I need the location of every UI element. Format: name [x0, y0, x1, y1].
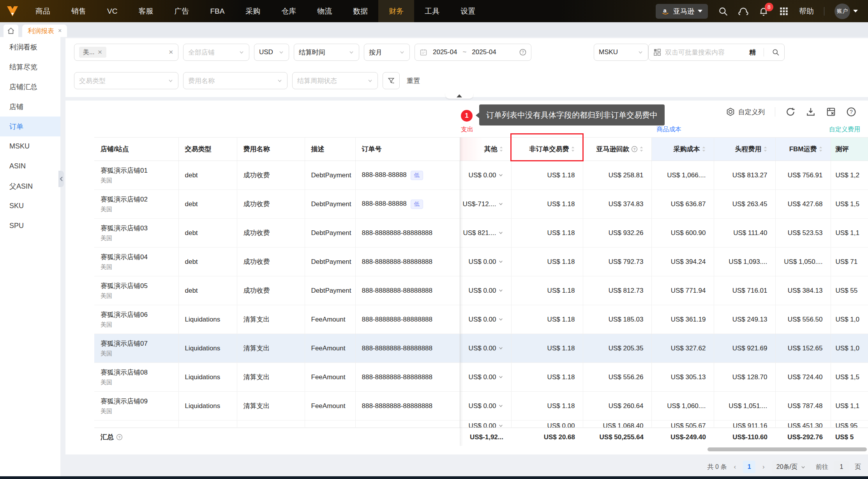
transaction-type-select[interactable]: 交易类型 [74, 72, 178, 89]
search-submit-icon[interactable] [772, 48, 780, 56]
marketplace-multiselect[interactable]: 美... ✕ ✕ [74, 44, 178, 61]
partial-cell-0: US$ 0.00 [460, 421, 511, 428]
search-icon[interactable] [718, 6, 728, 16]
table-help-icon[interactable]: ? [846, 107, 856, 117]
sidebar-item-店铺汇总[interactable]: 店铺汇总 [0, 77, 60, 97]
sidebar-item-订单[interactable]: 订单 [0, 117, 60, 136]
download-button[interactable] [806, 107, 816, 117]
nav-item-8-物流[interactable]: 物流 [307, 0, 342, 22]
nav-item-6-采购[interactable]: 采购 [235, 0, 271, 22]
currency-select[interactable]: USD [254, 44, 289, 61]
support-headset-icon[interactable] [738, 6, 748, 16]
cell-value-0[interactable]: US$ 0.00 [460, 247, 511, 276]
cell-description: FeeAmount [305, 305, 355, 334]
time-type-select[interactable]: 结算时间 [294, 44, 359, 61]
help-link[interactable]: 帮助 [799, 6, 814, 16]
batch-grid-icon[interactable] [653, 48, 661, 56]
currency-value: USD [259, 48, 273, 56]
collapse-filters-tab[interactable] [445, 93, 473, 99]
summary-value-2: US$ 50,255.64 [583, 428, 651, 447]
cell-order-number: 888-8888888-88888888 [355, 392, 460, 421]
marketplace-selector[interactable]: a 亚马逊 [656, 4, 708, 19]
fee-name-select[interactable]: 费用名称 [183, 72, 288, 89]
customize-columns-button[interactable]: 自定义列 [726, 107, 765, 117]
cell-value-5: US$ 756.91 [775, 161, 831, 190]
cell-value-0[interactable]: US$ 0.00 [460, 276, 511, 305]
reset-button[interactable]: 重置 [407, 76, 420, 85]
main-menu: 商品销售VC客服广告FBA采购仓库物流数据财务工具设置 [25, 0, 486, 22]
cell-value-2: US$ 374.83 [583, 190, 651, 219]
nav-item-9-数据[interactable]: 数据 [342, 0, 378, 22]
cell-value-3: US$ 361.19 [651, 305, 714, 334]
cell-store: 赛狐演示店铺03美国 [94, 219, 178, 247]
sidebar-item-店铺[interactable]: 店铺 [0, 97, 60, 117]
exact-match-toggle[interactable]: 精 [749, 48, 756, 57]
cell-description: DebtPayment [305, 219, 355, 247]
horizontal-scrollbar-thumb[interactable] [707, 447, 867, 451]
cell-value-3: US$ 636.87 [651, 190, 714, 219]
nav-item-3-客服[interactable]: 客服 [128, 0, 164, 22]
col-header-采购成本[interactable]: 采购成本 [651, 138, 714, 161]
cell-value-0[interactable]: US$ 0.00 [460, 392, 511, 421]
cell-store: 赛狐演示店铺01美国 [94, 161, 178, 190]
col-header-非订单交易费[interactable]: 非订单交易费 [511, 138, 583, 161]
sidebar-item-结算尽览[interactable]: 结算尽览 [0, 57, 60, 77]
col-header-亚马逊回款[interactable]: 亚马逊回款? [583, 138, 651, 161]
apps-grid-icon[interactable] [779, 6, 789, 16]
nav-item-12-设置[interactable]: 设置 [450, 0, 486, 22]
cell-value-2: US$ 932.26 [583, 219, 651, 247]
refresh-button[interactable] [785, 107, 796, 117]
date-to-value[interactable]: 2025-04 [472, 48, 496, 56]
cell-value-0[interactable]: US$ 0.00 [460, 363, 511, 392]
cell-value-0[interactable]: US$ 0.00 [460, 161, 511, 190]
tab-profit-report[interactable]: 利润报表 × [22, 25, 67, 37]
tag-remove-icon[interactable]: ✕ [97, 49, 102, 56]
nav-item-2-VC[interactable]: VC [97, 0, 128, 22]
cell-value-0[interactable]: US$ 0.00 [460, 305, 511, 334]
goto-page-input[interactable]: 1 [834, 461, 849, 473]
cell-value-0[interactable]: US$ 0.00 [460, 334, 511, 363]
filter-funnel-button[interactable] [383, 72, 400, 89]
col-header-头程费用[interactable]: 头程费用 [714, 138, 775, 161]
date-help-icon[interactable]: ? [519, 49, 526, 56]
nav-item-11-工具[interactable]: 工具 [414, 0, 450, 22]
notifications-bell-icon[interactable]: 8 [759, 6, 769, 16]
cell-value-0[interactable]: US$ 821.... [460, 219, 511, 247]
nav-item-4-广告[interactable]: 广告 [164, 0, 199, 22]
sidebar-item-MSKU[interactable]: MSKU [0, 136, 60, 156]
account-menu[interactable]: 账户 [834, 4, 858, 19]
page-size-select[interactable]: 20条/页 [772, 460, 810, 474]
prev-page-button[interactable]: ‹ [732, 463, 737, 471]
next-page-button[interactable]: › [761, 463, 766, 471]
nav-item-10-财务[interactable]: 财务 [378, 0, 414, 22]
search-type-select[interactable]: MSKU [594, 44, 648, 61]
cell-value-1: US$ 1.18 [511, 305, 583, 334]
granularity-select[interactable]: 按月 [364, 44, 410, 61]
date-from-value[interactable]: 2025-04 [433, 48, 457, 56]
transaction-type-placeholder: 交易类型 [79, 76, 106, 85]
page-number-button[interactable]: 1 [743, 461, 755, 473]
cell-value-4: US$ 111.40 [714, 219, 775, 247]
clear-field-icon[interactable]: ✕ [168, 49, 173, 56]
batch-search-input[interactable]: 双击可批量搜索内容 精 [648, 44, 785, 61]
home-button[interactable] [4, 25, 18, 37]
sidebar-item-父ASIN[interactable]: 父ASIN [0, 176, 60, 196]
sidebar-item-利润看板[interactable]: 利润看板 [0, 37, 60, 57]
nav-item-7-仓库[interactable]: 仓库 [271, 0, 307, 22]
sidebar-item-ASIN[interactable]: ASIN [0, 156, 60, 176]
cell-value-0[interactable]: US$-712.... [460, 190, 511, 219]
tab-close-icon[interactable]: × [58, 27, 62, 34]
col-header-其他[interactable]: 其他 [460, 138, 511, 161]
export-report-button[interactable] [826, 107, 836, 117]
nav-item-0-商品[interactable]: 商品 [25, 0, 61, 22]
col-header-FBM运费[interactable]: FBM运费 [775, 138, 831, 161]
nav-item-1-销售[interactable]: 销售 [61, 0, 97, 22]
store-select[interactable]: 全部店铺 [183, 44, 249, 61]
cell-value-3: US$ 600.90 [651, 219, 714, 247]
date-range-picker[interactable]: 2025-04 ~ 2025-04 ? [415, 44, 531, 61]
settlement-status-select[interactable]: 结算周期状态 [292, 72, 378, 89]
nav-item-5-FBA[interactable]: FBA [199, 0, 235, 22]
sidebar-item-SPU[interactable]: SPU [0, 216, 60, 236]
sidebar-item-SKU[interactable]: SKU [0, 196, 60, 216]
cell-value-2: US$ 258.81 [583, 161, 651, 190]
